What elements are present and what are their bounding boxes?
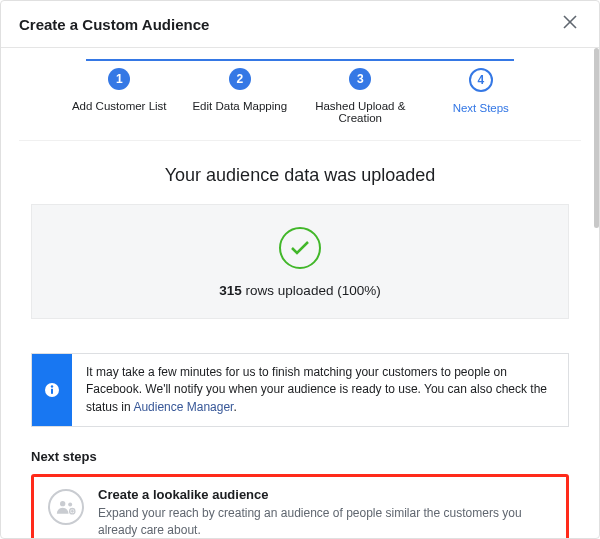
svg-point-6 [68,503,72,507]
step-edit-data-mapping[interactable]: 2 Edit Data Mapping [180,68,301,112]
modal-title: Create a Custom Audience [19,16,209,33]
close-button[interactable] [563,15,581,33]
step-label: Add Customer List [59,100,180,112]
next-steps-heading: Next steps [31,449,569,464]
upload-status-box: 315 rows uploaded (100%) [31,204,569,319]
upload-row-count: 315 [219,283,242,298]
svg-rect-4 [51,389,53,394]
svg-point-5 [60,501,65,506]
step-number: 2 [229,68,251,90]
option-create-lookalike[interactable]: Create a lookalike audience Expand your … [31,474,569,538]
step-number: 1 [108,68,130,90]
info-icon-box [32,354,72,426]
step-label: Edit Data Mapping [180,100,301,112]
info-text: It may take a few minutes for us to fini… [72,354,568,426]
next-steps-section: Next steps Create a lookalike audience E… [1,427,599,538]
step-add-customer-list[interactable]: 1 Add Customer List [59,68,180,112]
audience-manager-link[interactable]: Audience Manager [133,400,233,414]
step-label: Hashed Upload & Creation [300,100,421,124]
upload-heading: Your audience data was uploaded [31,165,569,186]
step-number: 4 [469,68,493,92]
step-next-steps[interactable]: 4 Next Steps [421,68,542,114]
option-title: Create a lookalike audience [98,487,552,502]
upload-status-text: 315 rows uploaded (100%) [42,283,558,298]
upload-result-section: Your audience data was uploaded 315 rows… [1,141,599,339]
modal-header: Create a Custom Audience [1,1,599,48]
close-icon [563,15,577,29]
step-hashed-upload[interactable]: 3 Hashed Upload & Creation [300,68,421,124]
stepper-line [86,59,513,61]
stepper: 1 Add Customer List 2 Edit Data Mapping … [19,48,581,141]
step-number: 3 [349,68,371,90]
success-check-icon [279,227,321,269]
option-desc: Expand your reach by creating an audienc… [98,505,552,538]
svg-point-3 [51,385,53,387]
info-icon [44,382,60,398]
modal-body: 1 Add Customer List 2 Edit Data Mapping … [1,48,599,538]
option-body: Create a lookalike audience Expand your … [98,487,552,538]
create-audience-modal: Create a Custom Audience 1 Add Customer … [0,0,600,539]
lookalike-icon [48,489,84,525]
info-text-suffix: . [233,400,236,414]
upload-status-suffix: rows uploaded (100%) [242,283,381,298]
step-label: Next Steps [421,102,542,114]
info-banner: It may take a few minutes for us to fini… [31,353,569,427]
